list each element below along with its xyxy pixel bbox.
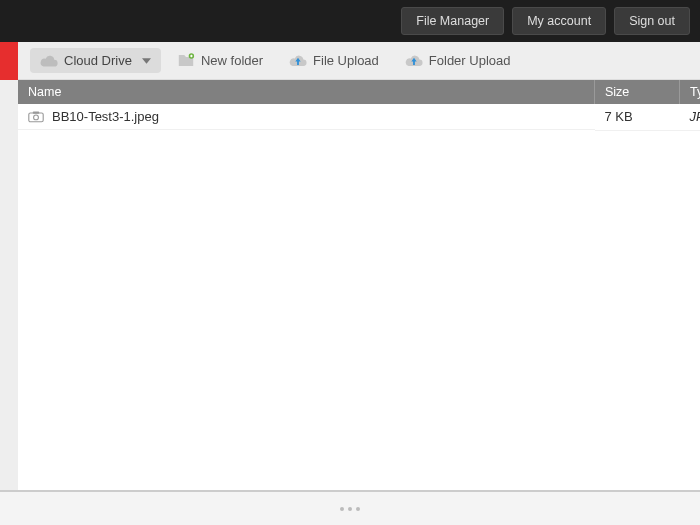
file-type: JPEG bbox=[680, 104, 701, 130]
file-manager-button[interactable]: File Manager bbox=[401, 7, 504, 35]
file-size: 7 KB bbox=[595, 104, 680, 130]
col-header-size[interactable]: Size bbox=[595, 80, 680, 104]
sign-out-button[interactable]: Sign out bbox=[614, 7, 690, 35]
brand-accent bbox=[0, 42, 18, 80]
file-upload-button[interactable]: File Upload bbox=[279, 48, 389, 73]
table-row[interactable]: BB10-Test3-1.jpeg 7 KB JPEG bbox=[18, 104, 700, 130]
file-upload-icon bbox=[289, 53, 307, 68]
cloud-drive-dropdown[interactable]: Cloud Drive bbox=[30, 48, 161, 73]
svg-rect-1 bbox=[29, 113, 43, 122]
cloud-icon bbox=[40, 54, 58, 67]
svg-rect-2 bbox=[33, 111, 39, 113]
left-gutter bbox=[0, 80, 18, 490]
file-name: BB10-Test3-1.jpeg bbox=[52, 109, 159, 124]
cloud-drive-label: Cloud Drive bbox=[64, 53, 132, 68]
drag-handle-icon[interactable] bbox=[340, 507, 360, 511]
folder-upload-button[interactable]: Folder Upload bbox=[395, 48, 521, 73]
table-header-row: Name Size Type bbox=[18, 80, 700, 104]
my-account-button[interactable]: My account bbox=[512, 7, 606, 35]
file-table: Name Size Type BB10-Test3-1.jpeg 7 KB JP… bbox=[18, 80, 700, 131]
chevron-down-icon bbox=[142, 58, 151, 64]
new-folder-label: New folder bbox=[201, 53, 263, 68]
toolbar: Cloud Drive New folder File Upload Folde… bbox=[0, 42, 700, 80]
folder-upload-icon bbox=[405, 53, 423, 68]
svg-point-3 bbox=[34, 115, 39, 120]
col-header-type[interactable]: Type bbox=[680, 80, 701, 104]
file-list-panel: Name Size Type BB10-Test3-1.jpeg 7 KB JP… bbox=[18, 80, 700, 490]
image-file-icon bbox=[28, 111, 44, 123]
col-header-name[interactable]: Name bbox=[18, 80, 595, 104]
topbar: File Manager My account Sign out bbox=[0, 0, 700, 42]
new-folder-button[interactable]: New folder bbox=[167, 48, 273, 73]
footer-bar bbox=[0, 490, 700, 525]
new-folder-icon bbox=[177, 53, 195, 68]
file-upload-label: File Upload bbox=[313, 53, 379, 68]
folder-upload-label: Folder Upload bbox=[429, 53, 511, 68]
